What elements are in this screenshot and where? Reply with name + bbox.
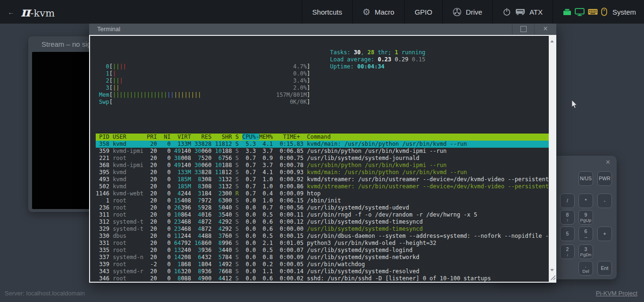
numpad-key-9[interactable]: 9PgUp [578,210,593,225]
nav-item-shortcuts[interactable]: Shortcuts [302,0,352,24]
numpad-key-8[interactable]: 8↑ [560,210,575,225]
process-list: 358 kvmd 20 0 133M 33828 11812 S 5.3 4.1… [96,141,549,282]
system-meters: 0[||||4.7%] 1[|0.0%] 2[|||3.4%] 3[||2.0%… [99,63,549,106]
numpad-key-plus[interactable]: + [597,226,612,241]
process-row-502[interactable]: 502 kvmd 20 0 185M 8308 3132 S 0.7 1.0 0… [96,183,549,190]
logo-pi: π [21,4,31,20]
drive-icon [453,8,462,17]
process-row-493[interactable]: 493 kvmd 20 0 185M 8308 3132 S 0.7 1.0 0… [96,176,549,183]
nav-item-gpio[interactable]: GPIO [404,0,442,24]
scroll-down-icon[interactable] [550,269,554,271]
meter-2: 2[|||3.4%] [99,77,310,84]
terminal-title: Terminal [89,25,512,33]
power-icon [503,8,511,16]
nav-label-shortcuts: Shortcuts [312,8,342,16]
monitor-icon [575,8,585,16]
server-label: Server: localhost.localdomain [5,290,85,297]
info-line: Tasks: 30, 28 thr; 1 running [330,49,425,56]
numpad-key-minus[interactable]: - [597,193,612,208]
logo-rest: -kvm [31,8,55,19]
process-row-1146[interactable]: 1146 kvmd-webt 20 0 4244 3184 2300 R 0.7… [96,190,549,197]
numpad-close-icon[interactable]: × [606,158,610,167]
top-nav: ← π-kvm Shortcuts ⚙ Macro GPIO Drive [0,0,644,24]
numpad-key-ent[interactable]: Ent [597,261,612,276]
close-button[interactable]: × [534,23,556,35]
process-row-359[interactable]: 359 kvmd-ipmi 20 0 49140 30060 10188 S 3… [96,148,549,155]
sort-column-cpu[interactable]: CPU%- [242,134,259,140]
mouse-cursor [571,100,578,111]
status-icons [563,8,607,16]
htop-meters-block: 0[||||4.7%] 1[|0.0%] 2[|||3.4%] 3[||2.0%… [99,49,549,127]
numpad-key-3[interactable]: 3PgDn [578,244,593,259]
info-line: Load average: 0.23 0.29 0.15 [330,56,425,63]
nav-label-drive: Drive [466,8,482,16]
numpad-key-multiply[interactable]: * [578,193,593,208]
process-row-337[interactable]: 337 systemd-n 20 0 14208 6432 5784 S 0.0… [96,254,549,261]
process-row-346[interactable]: 346 root 20 0 8088 4900 4412 S 0.0 0.6 0… [96,275,549,282]
scrollbar[interactable] [549,36,555,282]
process-row-329[interactable]: 329 systemd-t 20 0 23468 4872 4292 S 0.0… [96,226,549,233]
numpad-key-2[interactable]: 2↓ [560,244,575,259]
process-row-343[interactable]: 343 systemd-r 20 0 16320 8936 7668 S 0.0… [96,268,549,275]
numpad-key-decimal[interactable]: .Del [578,261,593,276]
terminal-body: 0[||||4.7%] 1[|0.0%] 2[|||3.4%] 3[||2.0%… [89,35,556,283]
keyboard-icon [588,8,598,15]
numpad-key-pwr[interactable]: PWR [597,171,612,186]
process-table-header[interactable]: PID USER PRI NI VIRT RES SHR S CPU%-MEM%… [96,134,549,141]
nav-item-system[interactable]: System [553,0,644,24]
project-link[interactable]: Pi-KVM Project [596,290,637,297]
meter-3: 3[||2.0%] [99,84,310,92]
info-line: Uptime: 00:04:34 [330,63,425,70]
process-row-331[interactable]: 331 root 20 0 64792 16860 8996 S 0.0 2.1… [96,240,549,247]
nav-label-atx: ATX [529,8,543,16]
ethernet-icon [563,8,571,16]
process-row-221[interactable]: 221 root 20 0 38008 7520 6756 S 0.7 0.9 … [96,155,549,162]
gear-icon: ⚙ [363,8,371,17]
process-row-368[interactable]: 368 kvmd-ipmi 20 0 49140 30060 10188 S 0… [96,162,549,169]
numpad-key-6[interactable]: 6→ [578,226,593,241]
terminal-window: Terminal × 0[||||4.7%] 1[|0.0%] 2[|||3.4… [89,23,556,283]
numpad-key-5[interactable]: 5 [560,226,575,241]
process-row-311[interactable]: 311 root 20 0 10864 4016 3540 S 0.0 0.5 … [96,211,549,218]
process-row-335[interactable]: 335 root 20 0 13240 3936 3440 S 0.0 0.5 … [96,247,549,254]
resize-handle[interactable] [549,274,556,282]
numpad-key-n-us[interactable]: N/US [578,171,593,186]
meter-1: 1[|0.0%] [99,70,310,77]
maximize-icon [520,26,527,32]
nav-label-system: System [612,8,636,16]
process-row-312[interactable]: 312 systemd-t 20 0 23468 4872 4292 S 0.0… [96,218,549,226]
process-row-1[interactable]: 1 root 20 0 15408 7972 6300 S 0.0 1.0 0:… [96,197,549,204]
process-row-330[interactable]: 330 dbus 20 0 11244 4488 3760 S 0.0 0.5 … [96,233,549,240]
meter-0: 0[||||4.7%] [99,63,310,70]
scroll-up-icon[interactable] [550,40,554,42]
nav-menu: Shortcuts ⚙ Macro GPIO Drive ATX [302,0,644,24]
process-row-395[interactable]: 395 kvmd 20 0 133M 33828 11812 S 0.7 4.1… [96,169,549,176]
psu-icon [515,8,525,16]
htop-output: 0[||||4.7%] 1[|0.0%] 2[|||3.4%] 3[||2.0%… [90,36,549,282]
nav-item-drive[interactable]: Drive [442,0,492,24]
meter-swp: Swp[0K/0K] [99,99,310,106]
nav-item-atx[interactable]: ATX [492,0,553,24]
close-icon: × [543,25,547,33]
numpad-key-divide[interactable]: / [560,193,575,208]
process-row-339[interactable]: 339 root -2 0 1868 1804 1492 S 0.0 0.2 0… [96,261,549,268]
nav-left: ← π-kvm [0,0,55,24]
nav-label-macro: Macro [375,8,395,16]
nav-item-macro[interactable]: ⚙ Macro [352,0,405,24]
terminal-titlebar[interactable]: Terminal × [89,23,556,35]
mouse-icon [601,8,607,16]
maximize-button[interactable] [512,23,534,35]
process-row-358[interactable]: 358 kvmd 20 0 133M 33828 11812 S 5.3 4.1… [96,141,549,148]
pikvm-logo[interactable]: π-kvm [21,4,55,20]
process-row-236[interactable]: 236 root 20 0 26396 5928 5040 S 0.0 0.7 … [96,204,549,211]
meter-mem: Mem[||||||||||||||||||||||||||157M/801M] [99,92,310,99]
tasks-info: Tasks: 30, 28 thr; 1 runningLoad average… [330,49,425,70]
nav-label-gpio: GPIO [414,8,432,16]
back-button[interactable]: ← [8,8,15,16]
